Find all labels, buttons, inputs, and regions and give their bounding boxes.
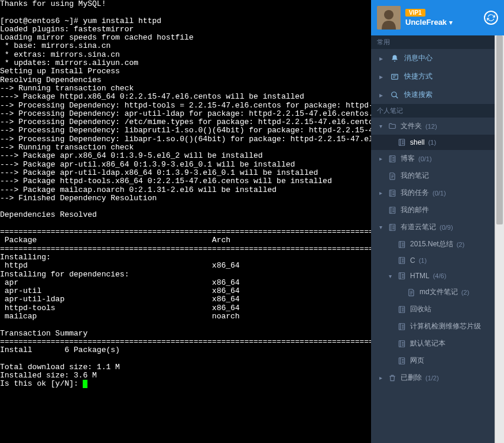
chevron-down-icon: ▾ [449, 18, 453, 27]
tree-chevron-icon [379, 172, 384, 179]
terminal[interactable]: Thanks for using MySQL! [root@centos6 ~]… [0, 0, 371, 443]
user-info: VIP1 UncleFreak ▾ [405, 9, 479, 27]
sync-button[interactable] [484, 11, 498, 25]
tree-label: 我的笔记 [401, 171, 429, 181]
terminal-line [0, 354, 371, 363]
tree-label: 文件夹 [401, 121, 422, 131]
terminal-line: ---> Package mailcap.noarch 0:2.1.31-2.e… [0, 186, 371, 194]
terminal-line: ---> Package apr-util-ldap.x86_64 0:1.3.… [0, 169, 371, 177]
note-icon [397, 323, 407, 331]
terminal-line: ---> Package apr-util.x86_64 0:1.3.9-3.e… [0, 161, 371, 169]
tree-chevron-icon: ▸ [379, 374, 384, 381]
tree-count: (0/1) [433, 190, 446, 197]
terminal-line: --> Finished Dependency Resolution [0, 194, 371, 203]
tree-item[interactable]: ▾有道云笔记 (0/9) [371, 219, 495, 236]
tree-count: (0/1) [418, 155, 432, 162]
username-dropdown[interactable]: UncleFreak ▾ [405, 18, 479, 27]
tree-item[interactable]: 网页 [371, 352, 495, 369]
tree-count: (2) [461, 289, 469, 296]
svg-point-3 [392, 92, 396, 96]
chevron-right-icon: ▸ [379, 54, 385, 63]
terminal-line: ---> Package httpd.x86_64 0:2.2.15-47.el… [0, 93, 371, 101]
sidebar: VIP1 UncleFreak ▾ 常用 ▸消息中心▸快捷方式▸快速搜索 个人笔… [371, 0, 504, 443]
tree-chevron-icon: ▾ [389, 273, 394, 279]
tree-chevron-icon [389, 357, 394, 364]
tree-chevron-icon: ▾ [379, 224, 384, 230]
terminal-line [0, 220, 371, 228]
terminal-line: Setting up Install Process [0, 67, 371, 76]
nav-item[interactable]: ▸快捷方式 [371, 67, 495, 86]
tree-chevron-icon [389, 340, 394, 347]
tree-count: (0/9) [440, 224, 453, 231]
tree-label: 回收站 [410, 304, 431, 314]
tree-label: C [410, 256, 415, 265]
tree-item[interactable]: ▾文件夹 (12) [371, 118, 495, 135]
tree-item[interactable]: 计算机检测维修芯片级 [371, 318, 495, 335]
nav-item[interactable]: ▸消息中心 [371, 49, 495, 67]
terminal-line: Resolving Dependencies [0, 76, 371, 84]
tree-item[interactable]: 我的邮件 [371, 201, 495, 219]
doc-icon [407, 288, 416, 297]
tree-item[interactable]: 默认笔记本 [371, 335, 495, 352]
tree-item[interactable]: 2015.Net总结 (2) [371, 236, 495, 253]
terminal-line: httpd x86_64 [0, 262, 371, 270]
note-icon [397, 272, 407, 280]
terminal-line: ---> Package apr.x86_64 0:1.3.9-5.el6_2 … [0, 152, 371, 160]
terminal-line: mailcap noarch [0, 312, 371, 321]
tree-chevron-icon [389, 241, 394, 247]
terminal-line: --> Processing Dependency: libaprutil-1.… [0, 126, 371, 135]
terminal-line: Total download size: 1.1 M [0, 363, 371, 372]
tree-label: 博客 [401, 154, 415, 164]
tree-label: 有道云笔记 [401, 222, 436, 232]
tree-label: 2015.Net总结 [410, 239, 453, 249]
tree-chevron-icon [389, 139, 394, 146]
note-icon [397, 138, 407, 146]
tree-chevron-icon [389, 258, 394, 264]
tree-item[interactable]: ▾HTML (4/6) [371, 268, 495, 284]
terminal-line [0, 8, 371, 17]
terminal-line: --> Processing Dependency: apr-util-ldap… [0, 110, 371, 118]
terminal-prompt-line[interactable]: Is this ok [y/N]: [0, 380, 371, 388]
terminal-line: Transaction Summary [0, 330, 371, 338]
tree-item[interactable]: shell (1) [371, 135, 495, 150]
note-icon [388, 189, 397, 197]
note-icon [388, 206, 397, 214]
terminal-line: * updates: mirrors.aliyun.com [0, 59, 371, 67]
tree-chevron-icon [389, 306, 394, 312]
tree-item[interactable]: 我的笔记 [371, 167, 495, 184]
scrollbar-thumb[interactable] [496, 35, 503, 224]
terminal-line: apr-util-ldap x86_64 [0, 295, 371, 304]
svg-point-1 [384, 10, 394, 19]
tree-label: 计算机检测维修芯片级 [410, 321, 481, 331]
tree-label: 默认笔记本 [410, 338, 446, 348]
note-icon [397, 305, 407, 314]
tree-count: (2) [457, 241, 464, 248]
tree-item[interactable]: ▸我的任务 (0/1) [371, 184, 495, 201]
terminal-line: --> Processing Dependency: /etc/mime.typ… [0, 118, 371, 126]
tree-item[interactable]: ▸已删除 (1/2) [371, 369, 495, 386]
tree-item[interactable]: md文件笔记 (2) [371, 284, 495, 301]
tree-item[interactable]: C (1) [371, 253, 495, 268]
tree-count: (1) [428, 139, 436, 146]
nav-label: 快速搜索 [404, 90, 433, 100]
tree-item[interactable]: 回收站 [371, 301, 495, 318]
tree-label: shell [410, 138, 425, 146]
terminal-line: Installed size: 3.6 M [0, 372, 371, 380]
folder-icon [388, 122, 397, 131]
chevron-right-icon: ▸ [379, 73, 385, 81]
terminal-line: --> Running transaction check [0, 84, 371, 93]
avatar[interactable] [377, 6, 401, 30]
nav-item[interactable]: ▸快速搜索 [371, 86, 495, 104]
tree-chevron-icon [398, 289, 403, 295]
cursor-icon [83, 380, 87, 388]
bell-icon [390, 54, 399, 63]
terminal-line: Loading mirror speeds from cached hostfi… [0, 34, 371, 42]
tree-count: (1/2) [425, 374, 439, 382]
nav-label: 快捷方式 [404, 71, 433, 82]
tree-item[interactable]: ▸博客 (0/1) [371, 150, 495, 167]
tree-label: md文件笔记 [420, 287, 458, 297]
section-notes: 个人笔记 [371, 104, 495, 118]
note-icon [397, 240, 407, 249]
scrollbar[interactable] [495, 35, 504, 443]
tree-label: 已删除 [401, 373, 422, 383]
